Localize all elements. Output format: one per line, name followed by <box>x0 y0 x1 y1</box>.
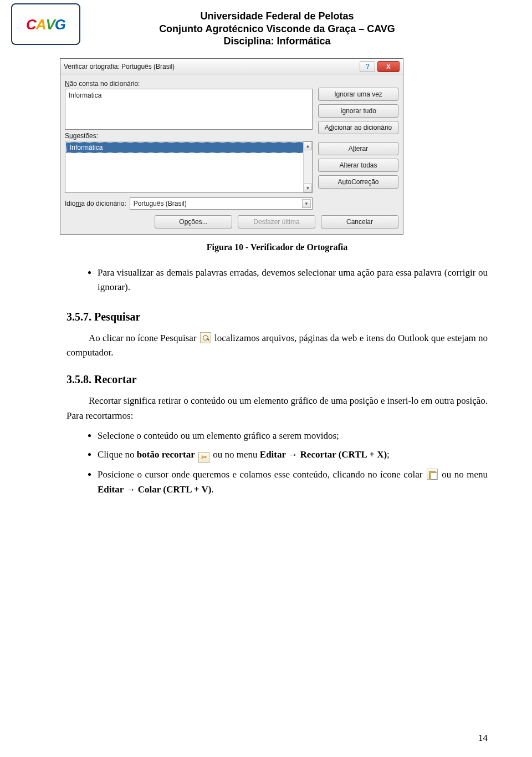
logo-letters: C A V G <box>26 17 65 32</box>
logo-letter-a: A <box>36 17 46 32</box>
ignore-once-button[interactable]: Ignorar uma vez <box>318 88 398 101</box>
not-in-dictionary-field[interactable]: Informatica <box>65 89 313 130</box>
list-item: Posicione o cursor onde queremos e colam… <box>98 465 488 499</box>
logo-letter-g: G <box>55 17 65 32</box>
arrow-icon: → <box>126 484 135 495</box>
scissors-icon: ✂ <box>198 452 209 463</box>
undo-last-button: Desfazer última <box>238 215 315 228</box>
scroll-down-icon[interactable]: ▼ <box>304 184 312 192</box>
scrollbar[interactable]: ▲ ▼ <box>303 141 312 192</box>
section-heading-358: 3.5.8. Recortar <box>66 373 488 386</box>
header-text: Universidade Federal de Pelotas Conjunto… <box>66 10 488 48</box>
logo-letter-c: C <box>26 17 36 32</box>
page-number: 14 <box>478 733 488 744</box>
language-selected: Português (Brasil) <box>134 200 187 207</box>
dictionary-language-select[interactable]: Português (Brasil) ▼ <box>130 197 313 210</box>
suggestion-item-selected[interactable]: Informática <box>66 142 311 153</box>
search-icon <box>200 332 211 343</box>
cavg-logo: C A V G <box>11 3 80 45</box>
header-line-2: Conjunto Agrotécnico Visconde da Graça –… <box>66 23 488 35</box>
help-button[interactable]: ? <box>360 61 375 72</box>
autocorrect-button[interactable]: AutoCorreção <box>318 175 398 189</box>
section-number: 3.5.7. <box>66 311 91 323</box>
bullet-list-2: Selecione o conteúdo ou um elemento gráf… <box>66 426 488 499</box>
add-to-dictionary-button[interactable]: Adicionar ao dicionário <box>318 121 398 134</box>
spellcheck-dialog: Verificar ortografia: Português (Brasil)… <box>60 58 403 235</box>
list-item: Selecione o conteúdo ou um elemento gráf… <box>98 426 488 445</box>
dialog-titlebar: Verificar ortografia: Português (Brasil)… <box>60 59 403 74</box>
dialog-title: Verificar ortografia: Português (Brasil) <box>64 63 175 70</box>
header-line-1: Universidade Federal de Pelotas <box>66 10 488 23</box>
document-header: C A V G Universidade Federal de Pelotas … <box>66 0 488 53</box>
paste-icon <box>427 469 438 480</box>
section-title: Pesquisar <box>94 311 140 323</box>
logo-letter-v: V <box>45 17 54 32</box>
header-line-3: Disciplina: Informática <box>66 35 488 48</box>
options-button[interactable]: Opções... <box>155 215 232 228</box>
misspelled-word: Informatica <box>69 92 101 99</box>
figure-caption: Figura 10 - Verificador de Ortografia <box>66 242 488 252</box>
dictionary-language-label: Idioma do dicionário: <box>65 200 126 207</box>
change-all-button[interactable]: Alterar todas <box>318 159 398 172</box>
close-icon: X <box>386 63 390 70</box>
change-button[interactable]: Alterar <box>318 142 398 155</box>
suggestions-listbox[interactable]: Informática ▲ ▼ <box>65 141 313 193</box>
close-button[interactable]: X <box>377 61 400 72</box>
help-icon: ? <box>365 62 369 70</box>
list-item: Para visualizar as demais palavras errad… <box>98 263 488 297</box>
not-in-dictionary-label: Não consta no dicionário: <box>65 80 313 88</box>
scroll-up-icon[interactable]: ▲ <box>304 141 312 150</box>
arrow-icon: → <box>288 449 298 460</box>
list-item: Clique no botão recortar ✂ ou no menu Ed… <box>98 445 488 465</box>
ignore-all-button[interactable]: Ignorar tudo <box>318 104 398 118</box>
bullet-list-1: Para visualizar as demais palavras errad… <box>66 263 488 297</box>
para-357-a: Ao clicar no ícone Pesquisar <box>89 333 197 343</box>
section-number: 3.5.8. <box>66 373 91 385</box>
cancel-button[interactable]: Cancelar <box>321 215 398 228</box>
section-heading-357: 3.5.7. Pesquisar <box>66 311 488 323</box>
paragraph-357: Ao clicar no ícone Pesquisar localizamos… <box>66 331 488 360</box>
section-title: Recortar <box>94 373 137 385</box>
paragraph-358: Recortar significa retirar o conteúdo ou… <box>66 394 488 423</box>
dropdown-icon[interactable]: ▼ <box>302 199 311 208</box>
suggestions-label: Sugestões: <box>65 132 313 140</box>
